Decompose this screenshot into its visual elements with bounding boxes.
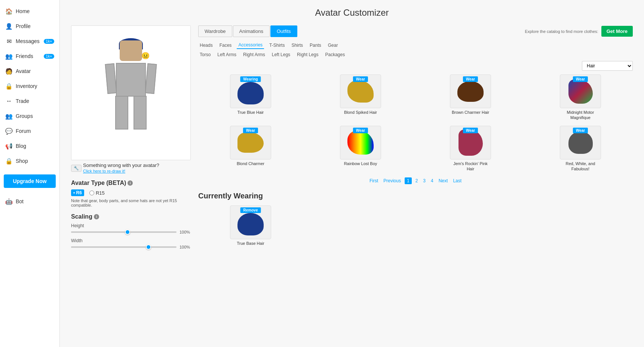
width-track[interactable] (71, 246, 177, 248)
item-badge-7[interactable]: Wear (463, 128, 478, 133)
page-title: Avatar Customizer (71, 7, 633, 18)
sidebar-label-avatar: Avatar (16, 68, 31, 74)
page-current[interactable]: 1 (405, 177, 412, 184)
hair-shape-3 (457, 81, 484, 102)
height-slider-row: Height 100% (71, 223, 191, 234)
item-card-3: Wear Brown Charmer Hair (418, 74, 523, 121)
items-grid: Wearing True Blue Hair Wear Blond Spiked… (198, 74, 633, 171)
height-thumb[interactable] (125, 229, 130, 235)
friends-icon: 👥 (5, 52, 13, 60)
subcat-leftarms[interactable]: Left Arms (216, 51, 238, 58)
item-card-4: Wear Midnight Motor Magnifique (528, 74, 633, 121)
wearing-name-1: True Base Hair (237, 241, 264, 246)
hair-shape-4 (568, 79, 593, 104)
subcat-packages[interactable]: Packages (323, 51, 346, 58)
groups-icon: 👥 (5, 112, 13, 120)
sidebar-item-blog[interactable]: 📢 Blog (0, 139, 59, 153)
wearing-grid: Remove True Base Hair (198, 206, 633, 246)
home-icon: 🏠 (5, 7, 13, 15)
r6-selected-badge: • R6 (71, 189, 84, 196)
messages-icon: ✉ (5, 37, 13, 45)
page-3[interactable]: 3 (421, 177, 427, 184)
avatar-type-radio-group: • R6 R15 (71, 189, 191, 196)
sidebar-item-forum[interactable]: 💬 Forum (0, 124, 59, 139)
page-next[interactable]: Next (437, 177, 450, 184)
sidebar-item-bot[interactable]: 🤖 Bot (0, 194, 59, 209)
item-name-6: Rainbow Lost Boy (344, 161, 377, 166)
item-badge-1[interactable]: Wearing (240, 76, 261, 82)
dropdown-row: Hair Hair Hat Face Accessory (198, 61, 633, 71)
tab-wardrobe[interactable]: Wardrobe (198, 25, 232, 37)
page-last[interactable]: Last (451, 177, 463, 184)
width-thumb[interactable] (146, 244, 151, 250)
scaling-label: Scaling i (71, 213, 191, 220)
page-previous[interactable]: Previous (382, 177, 402, 184)
subcat-leftlegs[interactable]: Left Legs (270, 51, 292, 58)
subcat-accessories[interactable]: Accessories (237, 42, 264, 49)
sidebar-item-groups[interactable]: 👥 Groups (0, 109, 59, 124)
inventory-icon: 🔒 (5, 82, 13, 90)
redraw-link[interactable]: Click here to re-draw it! (83, 169, 125, 173)
avatar-note: Note that gear, body parts, and some hat… (71, 198, 191, 207)
wearing-badge-1[interactable]: Remove (240, 207, 261, 213)
currently-wearing-title: Currently Wearing (198, 192, 633, 200)
page-first[interactable]: First (368, 177, 380, 184)
sidebar-item-inventory[interactable]: 🔒 Inventory (0, 79, 59, 94)
page-2[interactable]: 2 (414, 177, 420, 184)
sidebar-item-messages[interactable]: ✉ Messages 1k+ (0, 34, 59, 49)
page-4[interactable]: 4 (429, 177, 435, 184)
height-track[interactable] (71, 231, 177, 233)
item-badge-8[interactable]: Wear (573, 128, 588, 133)
hair-shape-2 (347, 80, 374, 103)
sidebar-item-profile[interactable]: 👤 Profile (0, 19, 59, 34)
avatar-type-info-icon: i (128, 180, 133, 186)
tab-outfits[interactable]: Outfits (270, 25, 297, 37)
subcat-gear[interactable]: Gear (326, 42, 340, 49)
sidebar-item-home[interactable]: 🏠 Home (0, 4, 59, 19)
subcat-heads[interactable]: Heads (198, 42, 214, 49)
r15-option[interactable]: R15 (89, 190, 105, 196)
profile-icon: 👤 (5, 22, 13, 30)
upgrade-button[interactable]: Upgrade Now (4, 174, 56, 188)
subcat-shirts[interactable]: Shirts (290, 42, 304, 49)
tab-animations[interactable]: Animations (233, 25, 270, 37)
sidebar-item-trade[interactable]: ↔ Trade (0, 94, 59, 109)
sidebar-label-bot: Bot (16, 198, 24, 204)
sidebar-label-friends: Friends (16, 53, 33, 59)
avatar-figure: 😐 (101, 37, 161, 149)
subcat-rightlegs[interactable]: Right Legs (295, 51, 320, 58)
sidebar-label-home: Home (16, 8, 30, 14)
r6-option[interactable]: • R6 (71, 189, 84, 196)
avatar-torso (116, 63, 146, 97)
sidebar-item-friends[interactable]: 👥 Friends 1k+ (0, 49, 59, 64)
redraw-icon: 🔧 (71, 165, 82, 172)
sidebar-item-avatar[interactable]: 🧑 Avatar (0, 64, 59, 79)
width-value: 100% (180, 245, 191, 249)
hair-shape-8 (568, 131, 593, 154)
subcat-rightarms[interactable]: Right Arms (242, 51, 267, 58)
subcat-tshirts[interactable]: T-Shirts (268, 42, 286, 49)
item-badge-4[interactable]: Wear (573, 76, 588, 82)
item-card-5: Wear Blond Charmer (198, 126, 303, 172)
sidebar-label-profile: Profile (16, 23, 31, 29)
item-name-2: Blond Spiked Hair (344, 110, 377, 115)
redraw-text: Something wrong with your avatar? Click … (83, 162, 159, 174)
subcat-faces[interactable]: Faces (218, 42, 233, 49)
sidebar-item-shop[interactable]: 🔒 Shop (0, 153, 59, 168)
item-name-5: Blond Charmer (237, 161, 264, 166)
item-img-2: Wear (340, 74, 381, 108)
item-badge-5[interactable]: Wear (243, 128, 258, 133)
item-badge-6[interactable]: Wear (353, 128, 368, 133)
r15-radio[interactable] (89, 191, 94, 195)
forum-icon: 💬 (5, 127, 13, 135)
item-img-1: Wearing (230, 74, 271, 108)
sidebar-label-groups: Groups (16, 113, 33, 119)
item-badge-2[interactable]: Wear (353, 76, 368, 82)
hair-shape-1 (237, 82, 264, 104)
item-badge-3[interactable]: Wear (463, 76, 478, 82)
subcat-torso[interactable]: Torso (198, 51, 212, 58)
item-card-7: Wear Jem's Rockin' Pink Hair (418, 126, 523, 172)
get-more-button[interactable]: Get More (601, 26, 633, 37)
hair-dropdown[interactable]: Hair Hair Hat Face Accessory (582, 61, 633, 71)
subcat-pants[interactable]: Pants (308, 42, 323, 49)
